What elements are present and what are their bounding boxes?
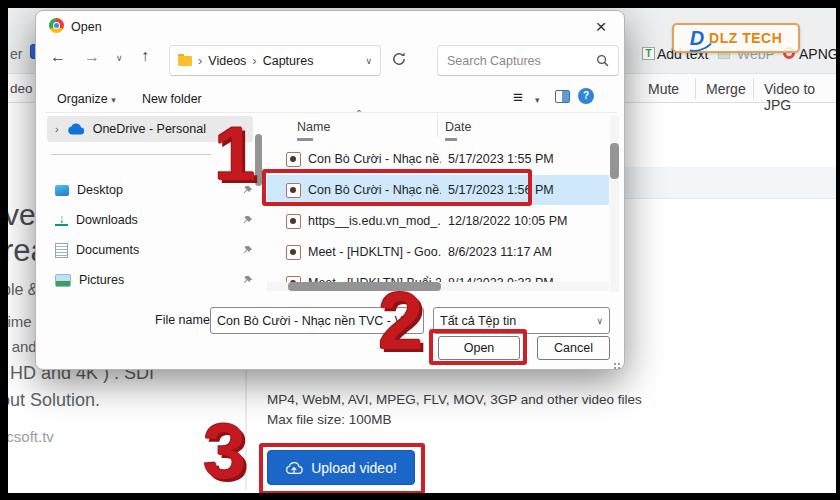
toolbar-divider bbox=[45, 112, 617, 113]
refresh-icon[interactable] bbox=[391, 51, 407, 67]
file-date: 12/18/2022 10:05 PM bbox=[448, 214, 568, 228]
search-box[interactable]: Search Captures bbox=[437, 45, 619, 76]
sidebar-item-pictures[interactable]: Pictures bbox=[47, 267, 253, 293]
view-caret-icon[interactable]: ▾ bbox=[535, 95, 540, 105]
dialog-title: Open bbox=[71, 20, 102, 34]
up-icon[interactable]: ↑ bbox=[141, 48, 149, 64]
address-bar[interactable]: › Videos › Captures ∨ bbox=[169, 45, 381, 76]
recent-locations-chevron-icon[interactable]: ∨ bbox=[116, 54, 123, 63]
documents-icon bbox=[55, 243, 68, 258]
clipped-row-fragment bbox=[297, 138, 313, 141]
chevron-down-icon[interactable]: ∨ bbox=[596, 316, 603, 326]
pin-icon[interactable] bbox=[242, 245, 253, 256]
annotation-box-open-button bbox=[429, 329, 527, 365]
sidebar-item-label: Pictures bbox=[79, 273, 234, 287]
sidebar-item-documents[interactable]: Documents bbox=[47, 237, 253, 263]
resize-grip[interactable] bbox=[611, 356, 621, 366]
hero-text: out Solution. bbox=[0, 390, 100, 411]
annotation-step-1: 1 bbox=[214, 116, 256, 192]
column-divider bbox=[437, 115, 438, 137]
sort-caret-icon: ˆ bbox=[357, 109, 361, 123]
pictures-icon bbox=[55, 274, 71, 287]
column-header-date[interactable]: Date bbox=[445, 120, 471, 134]
file-row[interactable]: https__is.edu.vn_mod_... 12/18/2022 10:0… bbox=[267, 207, 609, 235]
media-file-icon bbox=[286, 214, 301, 229]
folder-icon bbox=[178, 56, 192, 66]
annotation-step-3: 3 bbox=[203, 412, 246, 490]
organize-caret-icon: ▾ bbox=[111, 95, 116, 105]
desktop-icon bbox=[55, 185, 69, 196]
upload-max-size-text: Max file size: 100MB bbox=[267, 412, 392, 427]
sidebar-divider bbox=[51, 154, 211, 155]
annotation-step-2: 2 bbox=[378, 280, 424, 362]
pin-icon[interactable] bbox=[242, 215, 253, 226]
menu-item-merge[interactable]: Merge bbox=[706, 81, 746, 97]
breadcrumb-videos[interactable]: Videos bbox=[208, 54, 246, 68]
pin-icon[interactable] bbox=[242, 275, 253, 286]
file-type-value: Tất cả Tệp tin bbox=[440, 314, 596, 328]
dlz-tech-badge: D DLZ TECH bbox=[672, 23, 800, 53]
sidebar-item-label: Desktop bbox=[77, 183, 234, 197]
back-icon[interactable]: ← bbox=[50, 49, 66, 65]
hero-text: ve bbox=[4, 198, 36, 232]
search-placeholder: Search Captures bbox=[447, 54, 596, 68]
organize-label: Organize bbox=[57, 92, 108, 106]
file-name-label: File name: bbox=[155, 313, 213, 327]
close-icon[interactable]: × bbox=[588, 15, 614, 39]
add-text-icon[interactable]: T bbox=[642, 47, 655, 60]
menu-separator bbox=[695, 78, 696, 99]
tab-text: er bbox=[10, 46, 22, 62]
annotation-box-upload-button bbox=[259, 443, 425, 495]
hero-site-text: icsoft.tv bbox=[3, 428, 54, 445]
file-name: https__is.edu.vn_mod_... bbox=[308, 214, 441, 228]
view-list-icon[interactable]: ≡ bbox=[513, 88, 523, 108]
search-icon bbox=[596, 54, 609, 67]
vertical-scrollbar-thumb[interactable] bbox=[610, 143, 619, 179]
sidebar-item-label: Downloads bbox=[76, 213, 234, 227]
dlz-logo-icon: D bbox=[690, 28, 704, 48]
annotation-box-selected-file bbox=[262, 169, 532, 206]
frame-bottom bbox=[0, 493, 840, 500]
upload-formats-text: MP4, WebM, AVI, MPEG, FLV, MOV, 3GP and … bbox=[267, 392, 642, 407]
cancel-button[interactable]: Cancel bbox=[537, 336, 610, 360]
expand-chevron-icon[interactable]: › bbox=[55, 123, 59, 135]
file-row[interactable]: Meet - [HDKLTN] - Goo... 8/6/2023 11:17 … bbox=[267, 238, 609, 266]
menu-separator bbox=[753, 78, 754, 99]
sidebar-item-label: Documents bbox=[76, 243, 234, 257]
menu-item-video-to-jpg[interactable]: Video to JPG bbox=[764, 81, 836, 113]
column-header-name[interactable]: Name bbox=[297, 120, 330, 134]
downloads-icon: ↓ bbox=[55, 214, 68, 227]
help-icon[interactable]: ? bbox=[578, 88, 594, 104]
organize-button[interactable]: Organize ▾ bbox=[57, 92, 116, 106]
onedrive-cloud-icon bbox=[67, 123, 85, 135]
apng-label[interactable]: APNG bbox=[799, 46, 839, 62]
page-row-band bbox=[610, 167, 836, 199]
frame-top bbox=[0, 0, 840, 8]
file-name: Con Bò Cười - Nhạc nề... bbox=[308, 152, 441, 166]
sidebar-item-downloads[interactable]: ↓ Downloads bbox=[47, 207, 253, 233]
clipped-row-fragment bbox=[445, 138, 457, 141]
breadcrumb-separator: › bbox=[252, 53, 256, 68]
dlz-badge-title: DLZ TECH bbox=[709, 30, 782, 46]
frame-right bbox=[836, 0, 840, 500]
sidebar-item-label: OneDrive - Personal bbox=[93, 122, 206, 136]
forward-icon[interactable]: → bbox=[84, 49, 100, 65]
file-name: Meet - [HDKLTN] - Goo... bbox=[308, 245, 441, 259]
breadcrumb-captures[interactable]: Captures bbox=[263, 54, 314, 68]
breadcrumb-separator: › bbox=[198, 53, 202, 68]
chrome-icon bbox=[49, 18, 64, 33]
preview-pane-icon[interactable] bbox=[555, 90, 570, 103]
new-folder-button[interactable]: New folder bbox=[142, 92, 202, 106]
address-dropdown-chevron-icon[interactable]: ∨ bbox=[365, 56, 372, 66]
frame-left bbox=[0, 0, 8, 500]
file-date: 8/6/2023 11:17 AM bbox=[448, 245, 552, 259]
media-file-icon bbox=[286, 245, 301, 260]
file-date: 5/17/2023 1:55 PM bbox=[448, 152, 554, 166]
media-file-icon bbox=[286, 152, 301, 167]
menu-item-mute[interactable]: Mute bbox=[648, 81, 679, 97]
